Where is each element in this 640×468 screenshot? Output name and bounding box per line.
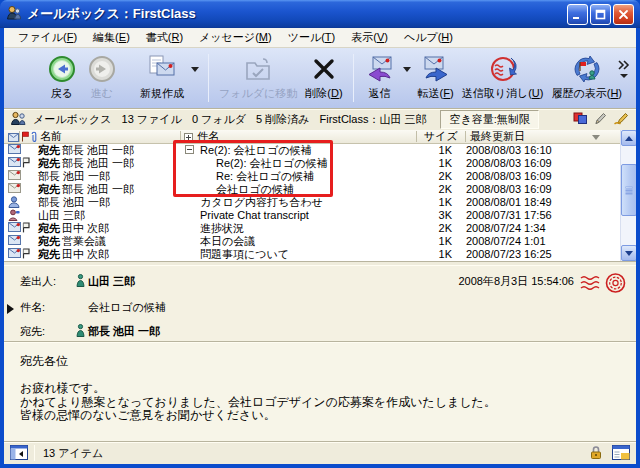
row-date: 2008/07/24 1:34 [466,222,546,235]
list-row[interactable]: 宛先田中 次郎問題事項について1K2008/07/23 16:25 [4,248,620,261]
row-subject: 問題事項について [200,248,289,261]
scroll-up-button[interactable] [621,130,636,146]
forward-mail-label: 転送(F) [418,86,454,101]
to-person-icon [76,324,85,341]
forward-button[interactable]: 進む [82,52,122,104]
mail-unread-icon [8,222,21,235]
edit-pencil-icon[interactable] [594,112,607,127]
list-row[interactable]: 部長 池田 一郎Re: 会社ロゴの候補2K2008/08/03 16:09 [4,170,620,183]
row-subject: Re(2): 会社ロゴの候補 [200,144,311,157]
back-icon [48,53,76,85]
subject-label: 件名: [20,299,45,315]
lock-icon [590,445,602,462]
new-message-button[interactable]: 新規作成 [136,52,188,104]
thread-collapse-box-icon[interactable] [185,144,194,157]
menu-item-1[interactable]: 編集(E) [85,28,138,47]
column-header-modified[interactable]: 最終更新日 [470,130,525,143]
new-message-icon [146,53,178,85]
to-prefix: 宛先 [38,248,60,261]
window-title: メールボックス：FirstClass [27,5,565,23]
menu-item-0[interactable]: ファイル(F) [10,28,85,47]
sort-order-button[interactable] [589,131,603,143]
row-date: 2008/08/01 18:49 [466,196,552,209]
row-subject: 会社ロゴの候補 [216,183,294,196]
maximize-button[interactable] [590,4,611,25]
column-header-name[interactable]: 名前 [40,130,62,143]
row-date: 2008/07/23 16:25 [466,248,552,261]
list-row[interactable]: 宛先部長 池田 一郎Re(2): 会社ロゴの候補1K2008/08/03 16:… [4,144,620,157]
history-button[interactable]: 履歴の表示(H) [547,52,626,104]
row-date: 2008/07/31 17:56 [466,209,552,222]
menu-item-3[interactable]: メッセージ(M) [191,28,280,47]
header-flag-icon[interactable] [21,131,30,145]
row-date: 2008/08/03 16:09 [466,170,552,183]
to-prefix: 宛先 [38,144,60,157]
reply-dropdown-arrow[interactable] [400,53,414,85]
to-prefix: 宛先 [38,183,60,196]
row-size: 1K [408,248,452,261]
reply-button[interactable]: 返信 [360,52,400,104]
toolbar: 戻る 進む 新規作成 [4,48,636,108]
from-person-icon [76,274,85,291]
menu-item-4[interactable]: ツール(T) [280,28,344,47]
list-row[interactable]: 山田 三郎Private Chat transcript3K2008/07/31… [4,209,620,222]
list-row[interactable]: 宛先部長 池田 一郎会社ロゴの候補2K2008/08/03 16:09 [4,183,620,196]
forward-label: 進む [91,86,113,101]
toggle-pane-icon[interactable] [10,445,28,462]
new-dropdown-arrow[interactable] [188,53,202,85]
delete-label: 削除(D) [305,86,342,101]
list-row[interactable]: 部長 池田 一郎カタログ内容打ち合わせ1K2008/08/01 18:49 [4,196,620,209]
scroll-thumb[interactable] [621,164,636,216]
move-to-folder-button[interactable]: フォルダに移動 [215,52,301,104]
toolbar-overflow-chevron[interactable] [616,60,632,82]
row-subject: Private Chat transcript [200,209,309,222]
back-button[interactable]: 戻る [42,52,82,104]
title-bar: メールボックス：FirstClass [0,0,640,28]
copy-squares-icon[interactable] [573,112,588,127]
to-prefix: 宛先 [38,157,60,170]
row-name: 部長 池田 一郎 [38,196,110,209]
delete-x-icon [311,53,337,85]
column-header-size[interactable]: サイズ [424,130,458,143]
flag-icon [22,222,31,236]
row-subject: カタログ内容打ち合わせ [200,196,323,209]
subject-value: 会社ロゴの候補 [88,299,166,315]
message-list: 名前 件名 サイズ 最終更新日 宛先部長 池田 一郎Re(2): 会社ロゴの候補… [4,130,636,261]
column-header-subject[interactable]: 件名 [197,130,219,143]
close-button[interactable] [613,4,634,25]
to-prefix: 宛先 [38,235,60,248]
row-size: 2K [408,183,452,196]
from-value[interactable]: 山田 三郎 [88,273,135,289]
row-name: 田中 次郎 [62,248,109,261]
toolbar-separator [208,54,209,102]
app-window: メールボックス：FirstClass ファイル(F)編集(E)書式(R)メッセー… [0,0,640,468]
menu-item-5[interactable]: 表示(V) [343,28,396,47]
list-scrollbar[interactable] [620,130,636,261]
menu-item-2[interactable]: 書式(R) [138,28,191,47]
status-bar: 13 アイテム [4,441,636,464]
signature-pencil-icon[interactable] [613,112,630,127]
infobar-deleted-count: 5 削除済み [256,112,309,127]
menu-item-6[interactable]: ヘルプ(H) [396,28,461,47]
scroll-down-button[interactable] [621,245,636,261]
view-layout-icon[interactable] [612,445,630,462]
row-name: 営業会議 [62,235,106,248]
delete-button[interactable]: 削除(D) [301,52,346,104]
row-date: 2008/08/03 16:10 [466,144,552,157]
list-header[interactable]: 名前 件名 サイズ 最終更新日 [4,130,620,144]
list-row[interactable]: 宛先部長 池田 一郎Re(2): 会社ロゴの候補1K2008/08/03 16:… [4,157,620,170]
to-label: 宛先: [20,323,45,339]
list-row[interactable]: 宛先田中 次郎進捗状況2K2008/07/24 1:34 [4,222,620,235]
row-size: 2K [408,170,452,183]
forward-mail-button[interactable]: 転送(F) [414,52,458,104]
toolbar-separator [353,54,354,102]
row-size: 2K [408,222,452,235]
to-value[interactable]: 部長 池田 一郎 [88,323,160,339]
row-date: 2008/08/03 16:09 [466,183,552,196]
minimize-button[interactable] [567,4,588,25]
row-size: 1K [408,144,452,157]
unsend-button[interactable]: 送信取り消し(U) [458,52,548,104]
row-name: 部長 池田 一郎 [38,170,110,183]
list-row[interactable]: 宛先営業会議本日の会議1K2008/07/24 1:01 [4,235,620,248]
new-message-label: 新規作成 [140,86,184,101]
